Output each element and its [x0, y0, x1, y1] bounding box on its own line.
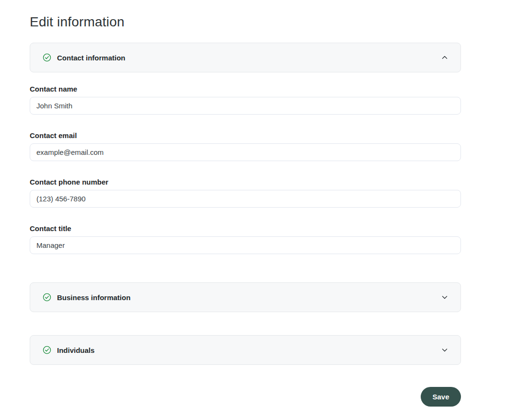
accordion-contact-information[interactable]: Contact information: [30, 43, 461, 72]
contact-information-fields: Contact name Contact email Contact phone…: [30, 85, 461, 254]
save-button[interactable]: Save: [421, 387, 461, 407]
field-contact-email: Contact email: [30, 131, 461, 161]
checkmark-circle-icon: [43, 346, 51, 354]
accordion-label: Contact information: [57, 54, 441, 62]
field-contact-name: Contact name: [30, 85, 461, 115]
contact-name-label: Contact name: [30, 85, 461, 93]
contact-email-input[interactable]: [30, 143, 461, 161]
contact-phone-input[interactable]: [30, 190, 461, 208]
footer: Save: [30, 387, 461, 407]
chevron-up-icon: [441, 54, 448, 61]
contact-title-input[interactable]: [30, 236, 461, 254]
chevron-down-icon: [441, 294, 448, 301]
page-title: Edit information: [30, 14, 461, 30]
accordion-label: Business information: [57, 293, 441, 302]
checkmark-circle-icon: [43, 293, 51, 302]
checkmark-circle-icon: [43, 53, 51, 62]
field-contact-title: Contact title: [30, 224, 461, 254]
accordion-individuals[interactable]: Individuals: [30, 335, 461, 365]
accordion-business-information[interactable]: Business information: [30, 282, 461, 312]
accordion-label: Individuals: [57, 346, 441, 354]
contact-title-label: Contact title: [30, 224, 461, 233]
field-contact-phone: Contact phone number: [30, 178, 461, 208]
contact-email-label: Contact email: [30, 131, 461, 140]
contact-phone-label: Contact phone number: [30, 178, 461, 186]
contact-name-input[interactable]: [30, 97, 461, 115]
edit-information-page: Edit information Contact information Con…: [30, 0, 461, 407]
chevron-down-icon: [441, 347, 448, 353]
